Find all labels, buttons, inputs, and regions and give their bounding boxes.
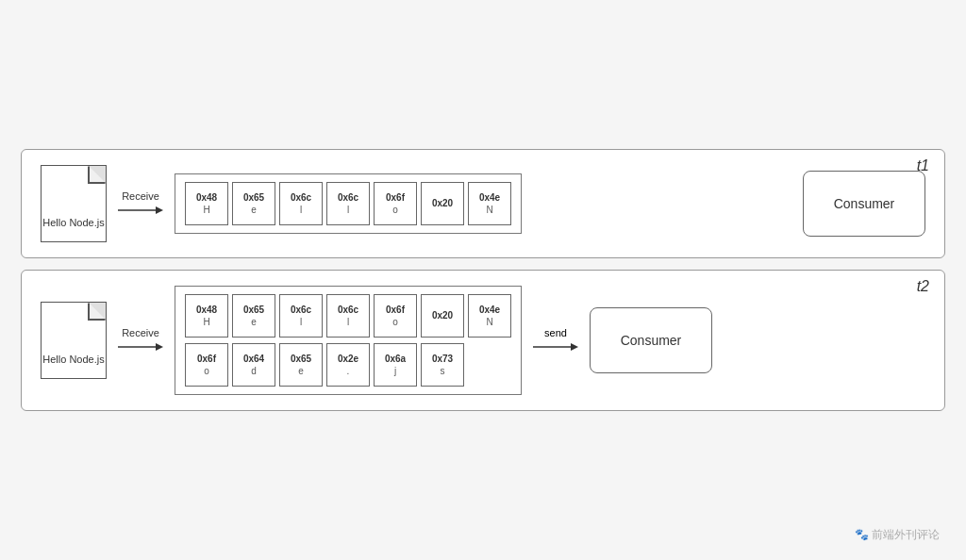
- byte-cell: 0x73s: [421, 343, 464, 387]
- receive-label-t2: Receive: [122, 327, 159, 338]
- byte-cell: 0x6aj: [374, 343, 417, 387]
- byte-cell: 0x6cl: [326, 182, 370, 225]
- receive-arrow-svg-t1: [118, 204, 163, 217]
- byte-cell: 0x2e.: [326, 343, 370, 387]
- byte-cell: 0x6fo: [374, 182, 417, 225]
- diagram-t2: t2 Hello Node.js Receive 0x48H0x65e0x6cl…: [21, 270, 945, 411]
- buffer-t1: 0x48H0x65e0x6cl0x6cl0x6fo0x200x4eN: [175, 173, 522, 234]
- receive-arrow-svg-t2: [118, 340, 163, 354]
- receive-label-t1: Receive: [122, 190, 159, 202]
- buffer-row-t2-row2: 0x6fo0x64d0x65e0x2e.0x6aj0x73s: [185, 343, 511, 387]
- receive-arrow-t2: Receive: [118, 327, 163, 354]
- buffer-row-t1: 0x48H0x65e0x6cl0x6cl0x6fo0x200x4eN: [185, 182, 511, 225]
- byte-cell: 0x65e: [279, 343, 323, 387]
- byte-cell: 0x6fo: [185, 343, 228, 387]
- t2-row: Hello Node.js Receive 0x48H0x65e0x6cl0x6…: [41, 286, 925, 395]
- send-arrow-svg-t2: [533, 340, 578, 354]
- byte-cell: 0x48H: [185, 294, 228, 338]
- byte-cell: 0x6cl: [326, 294, 370, 338]
- byte-cell: 0x65e: [232, 182, 275, 225]
- file-label-t2: Hello Node.js: [42, 354, 106, 365]
- watermark-text: 前端外刊评论: [872, 528, 940, 541]
- file-icon-corner-t1: [89, 166, 106, 183]
- file-icon-t1: Hello Node.js: [41, 165, 107, 242]
- byte-cell: 0x48H: [185, 182, 228, 225]
- watermark: 🐾 前端外刊评论: [855, 527, 940, 543]
- consumer-t1: Consumer: [803, 171, 925, 237]
- time-label-t2: t2: [917, 278, 929, 295]
- t1-row: Hello Node.js Receive 0x48H0x65e0x6cl0x6…: [41, 165, 925, 242]
- svg-marker-1: [156, 206, 163, 214]
- byte-cell: 0x4eN: [468, 294, 511, 338]
- watermark-icon: 🐾: [855, 528, 872, 541]
- diagram-t1: t1 Hello Node.js Receive 0x48H0x65e0x6cl…: [21, 149, 945, 258]
- svg-marker-5: [571, 343, 578, 351]
- file-label-t1: Hello Node.js: [42, 217, 106, 228]
- byte-cell: 0x20: [421, 182, 464, 225]
- send-arrow-t2: send: [533, 327, 578, 354]
- byte-cell: 0x64d: [232, 343, 275, 387]
- send-label-t2: send: [544, 327, 567, 338]
- main-container: t1 Hello Node.js Receive 0x48H0x65e0x6cl…: [21, 149, 945, 411]
- file-icon-corner-t2: [89, 303, 106, 320]
- buffer-t2: 0x48H0x65e0x6cl0x6cl0x6fo0x200x4eN 0x6fo…: [175, 286, 522, 395]
- byte-cell: 0x6fo: [374, 294, 417, 338]
- receive-arrow-t1: Receive: [118, 190, 163, 217]
- byte-cell: 0x4eN: [468, 182, 511, 225]
- file-icon-t2: Hello Node.js: [41, 302, 107, 379]
- buffer-row-t2-row1: 0x48H0x65e0x6cl0x6cl0x6fo0x200x4eN: [185, 294, 511, 338]
- byte-cell: 0x20: [421, 294, 464, 338]
- svg-marker-3: [156, 343, 163, 351]
- byte-cell: 0x6cl: [279, 294, 323, 338]
- byte-cell: 0x65e: [232, 294, 275, 338]
- byte-cell: 0x6cl: [279, 182, 323, 225]
- time-label-t1: t1: [917, 157, 929, 174]
- consumer-t2: Consumer: [590, 307, 712, 373]
